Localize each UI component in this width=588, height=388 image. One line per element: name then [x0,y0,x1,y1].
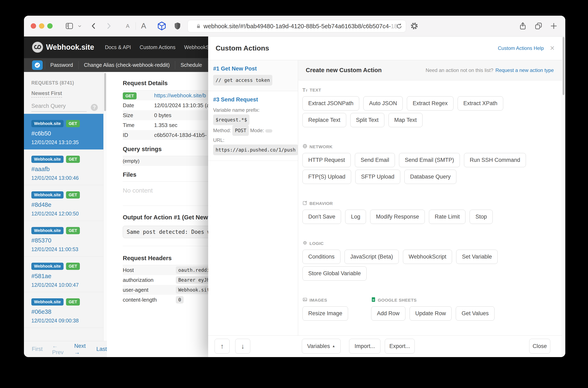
action-type-button[interactable]: SFTP Upload [355,170,400,184]
move-up-button[interactable]: ↑ [215,339,230,354]
pagination-prev[interactable]: ← Prev [52,343,65,356]
action-type-button[interactable]: Run SSH Command [464,153,526,167]
action-type-button[interactable]: Database Query [404,170,457,184]
request-list-item[interactable]: Webhook.siteGET#8537012/01/2024 11:00:53 [24,221,107,256]
close-button[interactable]: Close [529,339,550,354]
app-badge: Webhook.site [31,227,64,234]
tab-overview-icon[interactable] [533,16,544,36]
request-id: #581ae [31,273,107,280]
action-type-button[interactable]: Modify Response [370,210,425,224]
back-icon[interactable] [88,16,100,36]
brand-name[interactable]: Webhook.site [46,43,94,51]
action-section: TTTEXTExtract JSONPathAuto JSONExtract R… [303,87,562,127]
request-date: 12/01/2024 11:00:53 [31,246,107,252]
request-list: Webhook.siteGET#c6b5012/01/2024 13:10:35… [24,114,107,328]
close-window-button[interactable] [31,23,36,29]
action-type-button[interactable]: Map Text [388,113,423,127]
request-date: 12/01/2024 12:00:50 [31,211,107,217]
image-icon [303,297,307,303]
request-list-item[interactable]: Webhook.siteGET#581ae12/01/2024 10:00:47 [24,256,107,292]
verified-check-button[interactable] [32,60,43,70]
chevron-down-icon[interactable] [76,16,83,36]
action-type-button[interactable]: Update Row [409,306,452,321]
action-type-button[interactable]: Stop [470,210,493,224]
action-type-button[interactable]: Rate Limit [429,210,466,224]
subnav-schedule[interactable]: Schedule [175,62,207,68]
extension-cube-icon[interactable] [155,16,168,36]
request-id: #8d48e [31,201,107,208]
request-date: 12/01/2024 09:00:38 [31,318,107,324]
custom-actions-help-link[interactable]: Custom Actions Help [498,45,544,51]
action-type-button[interactable]: JavaScript (Beta) [345,250,399,264]
sidebar-scrollbar[interactable] [103,72,107,357]
query-strings-empty: (empty) [123,158,139,164]
action-type-button[interactable]: Get Values [456,306,495,321]
subnav-change-alias[interactable]: Change Alias (check-webhook-reddit) [79,62,175,68]
action-type-button[interactable]: Resize Image [303,306,348,321]
action-type-button[interactable]: Set Variable [456,250,498,264]
search-help-icon[interactable]: ? [91,104,98,111]
request-list-item[interactable]: Webhook.siteGET#aaafb12/01/2024 13:00:46 [24,149,107,185]
settings-gear-icon[interactable] [408,16,420,36]
action-name[interactable]: #3 Send Request [213,97,293,103]
maximize-window-button[interactable] [47,23,52,29]
action-type-button[interactable]: FTP(S) Upload [303,170,351,184]
action-item[interactable]: #1 Get New Post // get access token [208,60,298,91]
action-type-button[interactable]: Don't Save [303,210,341,224]
mode-chip [265,129,272,133]
mode-label: Mode: [250,128,264,133]
action-type-button[interactable]: Add Row [371,306,406,321]
sheets-icon [371,297,376,303]
pagination-next[interactable]: Next → [74,343,87,356]
action-type-button[interactable]: Store Global Variable [303,266,367,281]
action-type-button[interactable]: Log [345,210,366,224]
minimize-window-button[interactable] [39,23,44,29]
request-list-item[interactable]: Webhook.siteGET#06e3812/01/2024 09:00:38 [24,292,107,328]
variables-button[interactable]: Variables▲ [302,339,341,354]
pagination-first[interactable]: First [32,346,43,352]
webhook-logo-icon[interactable] [32,42,43,53]
import-button[interactable]: Import... [349,339,381,354]
method-badge: GET [66,227,80,234]
export-button[interactable]: Export... [385,339,415,354]
request-list-item[interactable]: Webhook.siteGET#c6b5012/01/2024 13:10:35 [24,114,107,149]
action-type-button[interactable]: Replace Text [303,113,346,127]
subnav-password[interactable]: Password [45,62,78,68]
request-url-link[interactable]: https://webhook.site/b [154,92,206,99]
app-badge: Webhook.site [31,120,64,127]
decrease-text-size-icon[interactable]: A [123,16,133,36]
new-tab-icon[interactable] [548,16,560,36]
nav-link-docs-api[interactable]: Docs & API [105,44,131,50]
request-list-item[interactable]: Webhook.siteGET#8d48e12/01/2024 12:00:50 [24,185,107,221]
action-type-button[interactable]: Send Email [355,153,395,167]
close-icon[interactable]: × [550,44,555,52]
pagination-last[interactable]: Last [96,346,107,352]
shield-icon[interactable] [171,16,184,36]
action-type-button[interactable]: Extract XPath [458,96,503,111]
action-type-button[interactable]: Split Text [350,113,384,127]
increase-text-size-icon[interactable]: A [138,16,149,36]
action-type-button[interactable]: HTTP Request [303,153,351,167]
method-badge: GET [66,191,80,198]
move-down-button[interactable]: ↓ [235,339,250,354]
action-type-button[interactable]: Send Email (SMTP) [399,153,460,167]
action-type-button[interactable]: Extract JSONPath [303,96,359,111]
reload-icon[interactable] [396,23,403,31]
actions-list: #1 Get New Post // get access token #3 S… [208,60,298,336]
action-type-button[interactable]: Auto JSON [363,96,403,111]
action-type-button[interactable]: Conditions [303,250,340,264]
nav-link-custom-actions[interactable]: Custom Actions [140,44,176,50]
sort-dropdown[interactable]: Newest First [31,90,62,97]
forward-icon[interactable] [103,16,114,36]
address-bar[interactable]: webhook.site/#!/bab49480-1a9d-4120-88b5-… [188,20,406,32]
request-action-link[interactable]: Request a new action type [495,67,554,73]
action-name[interactable]: #1 Get New Post [213,66,293,72]
search-input[interactable]: Search Query [31,103,87,112]
page-scrollbar[interactable] [562,36,565,357]
request-date: 12/01/2024 10:00:47 [31,282,107,288]
action-item[interactable]: #3 Send Request Variable name prefix: $r… [208,91,298,161]
share-icon[interactable] [517,16,529,36]
sidebar-toggle-icon[interactable] [64,16,75,36]
action-type-button[interactable]: WebhookScript [403,250,452,264]
action-type-button[interactable]: Extract Regex [407,96,454,111]
